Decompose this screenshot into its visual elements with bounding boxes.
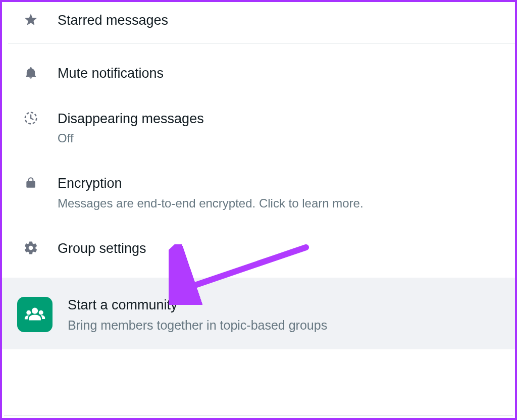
row-starred-messages[interactable]: Starred messages (2, 2, 515, 43)
disappearing-label: Disappearing messages (58, 111, 500, 128)
svg-point-3 (39, 310, 43, 315)
gear-icon (22, 239, 39, 256)
community-subtitle: Bring members together in topic-based gr… (68, 317, 327, 334)
star-icon (22, 11, 39, 28)
section-gap (2, 278, 515, 283)
lock-icon (22, 174, 39, 191)
settings-list: Starred messages Mute notifications Disa… (2, 2, 515, 278)
settings-panel: Starred messages Mute notifications Disa… (0, 0, 517, 420)
row-encryption[interactable]: Encryption Messages are end-to-end encry… (2, 164, 515, 228)
row-group-settings[interactable]: Group settings (2, 228, 515, 278)
encryption-description: Messages are end-to-end encrypted. Click… (58, 195, 500, 211)
starred-label: Starred messages (58, 12, 500, 29)
svg-point-2 (26, 310, 31, 315)
row-disappearing-messages[interactable]: Disappearing messages Off (2, 102, 515, 165)
row-mute-notifications[interactable]: Mute notifications (2, 44, 515, 102)
svg-point-1 (32, 308, 38, 314)
encryption-label: Encryption (58, 175, 500, 192)
bottom-divider (4, 415, 513, 416)
bell-icon (22, 64, 39, 81)
group-settings-label: Group settings (58, 240, 500, 257)
disappearing-value: Off (58, 130, 500, 146)
people-icon (17, 297, 53, 332)
row-start-community[interactable]: Start a community Bring members together… (2, 283, 515, 349)
timer-icon (22, 110, 39, 127)
mute-label: Mute notifications (58, 65, 500, 82)
community-title: Start a community (68, 297, 327, 314)
